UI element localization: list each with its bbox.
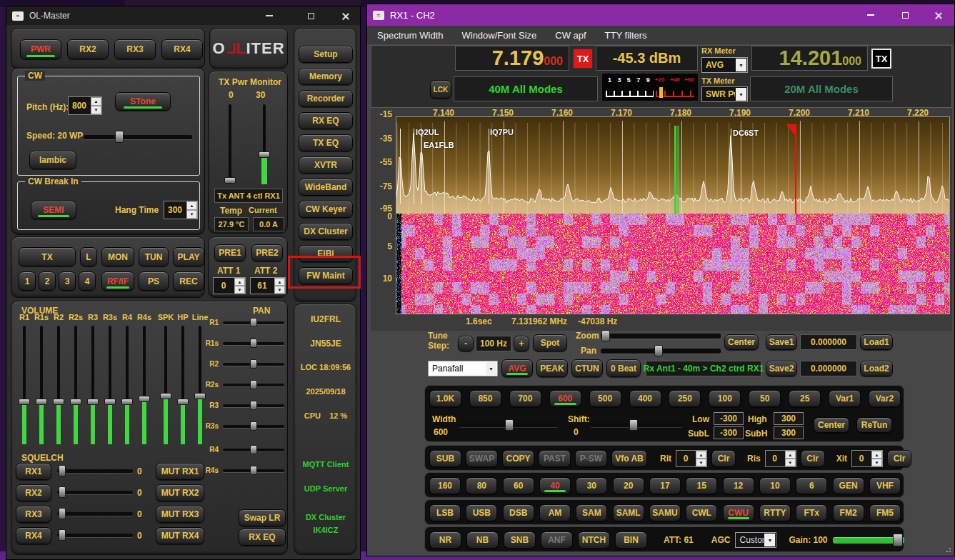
mode-rtty[interactable]: RTTY: [759, 504, 791, 521]
rit-down-icon[interactable]: [696, 459, 706, 466]
load1-button[interactable]: Load1: [860, 334, 893, 350]
att2-down-icon[interactable]: [274, 286, 285, 294]
agc-combo[interactable]: Custom: [735, 532, 776, 548]
band-80[interactable]: 80: [466, 477, 497, 494]
vfo-b-display[interactable]: 14.201000: [751, 46, 868, 71]
pre1-button[interactable]: PRE1: [214, 244, 246, 261]
speed-slider[interactable]: [84, 135, 192, 139]
squelch-slider-handle-rx3[interactable]: [59, 508, 66, 519]
squelch-button-rx2[interactable]: RX2: [16, 484, 51, 501]
squelch-button-rx4[interactable]: RX4: [16, 527, 51, 544]
rx-meter-dropdown-icon[interactable]: [736, 59, 746, 71]
pitch-up-icon[interactable]: [91, 97, 101, 106]
filter-var2[interactable]: Var2: [869, 390, 901, 407]
filter-500[interactable]: 500: [589, 390, 621, 407]
hang-down-icon[interactable]: [186, 210, 197, 219]
band-gen[interactable]: GEN: [833, 477, 864, 494]
mute-button-rx4[interactable]: MUT RX4: [156, 527, 204, 544]
mode-saml[interactable]: SAML: [613, 504, 644, 521]
rx3-button[interactable]: RX3: [114, 39, 156, 59]
preset-1-button[interactable]: 1: [19, 271, 36, 291]
speed-slider-handle[interactable]: [115, 131, 124, 143]
side-xvtr[interactable]: XVTR: [299, 156, 353, 174]
mode-cwl[interactable]: CWL: [686, 504, 717, 521]
mode-cwu[interactable]: CWU: [723, 504, 754, 521]
snb-button[interactable]: SNB: [504, 531, 536, 549]
rec-button[interactable]: REC: [173, 271, 204, 291]
anf-button[interactable]: ANF: [541, 531, 573, 549]
mode-am[interactable]: AM: [539, 504, 571, 521]
high-value[interactable]: 300: [774, 412, 804, 425]
side-rx-eq[interactable]: RX EQ: [299, 112, 353, 129]
lock-button[interactable]: LCK: [430, 80, 451, 99]
preset-4-button[interactable]: 4: [79, 271, 96, 291]
pitch-spinner[interactable]: 800: [68, 96, 102, 115]
filter-var1[interactable]: Var1: [829, 390, 861, 407]
xit-clr-button[interactable]: Clr: [887, 450, 911, 467]
menu-tty-filters[interactable]: TTY filters: [605, 30, 647, 41]
xit-spinner[interactable]: 0: [851, 450, 883, 467]
squelch-slider-rx4[interactable]: [57, 534, 133, 537]
mute-button-rx3[interactable]: MUT RX3: [156, 506, 204, 523]
mute-button-rx1[interactable]: MUT RX1: [156, 463, 204, 480]
band-17[interactable]: 17: [649, 477, 681, 494]
hang-time-spinner[interactable]: 300: [164, 201, 198, 219]
band-6[interactable]: 6: [796, 477, 827, 494]
vfo-a-tx-button[interactable]: TX: [573, 49, 593, 69]
tx-button[interactable]: TX: [19, 247, 76, 266]
rit-spinner[interactable]: 0: [676, 450, 707, 467]
ris-up-icon[interactable]: [785, 451, 796, 459]
filter-600[interactable]: 600: [549, 390, 581, 407]
tun-button[interactable]: TUN: [139, 247, 169, 266]
side-memory[interactable]: Memory: [299, 68, 353, 85]
filter-1-0k[interactable]: 1.0K: [429, 390, 461, 407]
mode-sam[interactable]: SAM: [576, 504, 607, 521]
zoom-slider-handle[interactable]: [601, 330, 610, 341]
filter-center-button[interactable]: Center: [814, 417, 849, 433]
width-slider-handle[interactable]: [505, 419, 514, 431]
filter-25[interactable]: 25: [789, 390, 821, 407]
att2-up-icon[interactable]: [274, 278, 285, 286]
mode-fm2[interactable]: FM2: [833, 504, 864, 521]
pwr-button[interactable]: PWR: [20, 39, 61, 59]
low-value[interactable]: -300: [714, 412, 744, 425]
menu-cw-apf[interactable]: CW apf: [555, 30, 586, 41]
past-button[interactable]: PAST: [539, 450, 571, 467]
rit-clr-button[interactable]: Clr: [711, 450, 736, 467]
filter-400[interactable]: 400: [629, 390, 661, 407]
band-60[interactable]: 60: [503, 477, 534, 494]
squelch-slider-rx2[interactable]: [57, 491, 133, 494]
avg-button[interactable]: AVG: [501, 359, 533, 377]
rx2-button[interactable]: RX2: [67, 39, 109, 59]
rit-up-icon[interactable]: [696, 451, 706, 459]
att1-up-icon[interactable]: [234, 278, 245, 286]
display-mode-dropdown-icon[interactable]: [486, 362, 496, 375]
spot-button[interactable]: Spot: [533, 334, 567, 351]
save2-button[interactable]: Save2: [766, 361, 797, 376]
gain-slider[interactable]: [833, 537, 904, 544]
tx-meter-combo[interactable]: SWR Pwr: [701, 86, 748, 102]
display-mode-combo[interactable]: Panafall: [428, 361, 498, 376]
rx1-close-button[interactable]: [926, 4, 950, 26]
bin-button[interactable]: BIN: [615, 531, 647, 549]
band-20[interactable]: 20: [613, 477, 644, 494]
filter-50[interactable]: 50: [749, 390, 781, 407]
squelch-slider-handle-rx2[interactable]: [59, 486, 66, 498]
band-10[interactable]: 10: [759, 477, 791, 494]
side-recorder[interactable]: Recorder: [299, 90, 353, 107]
rx-meter-combo[interactable]: AVG: [701, 57, 748, 73]
spectrum-canvas[interactable]: [396, 117, 949, 214]
att1-spinner[interactable]: 0: [213, 277, 246, 294]
mode-usb[interactable]: USB: [466, 504, 497, 521]
ris-spinner[interactable]: 0: [765, 450, 796, 467]
subl-value[interactable]: -300: [714, 426, 744, 439]
band-15[interactable]: 15: [686, 477, 717, 494]
vfo-b-tx-button[interactable]: TX: [871, 49, 891, 69]
swap-button[interactable]: SWAP: [466, 450, 498, 467]
sub-button[interactable]: SUB: [429, 450, 461, 467]
tx-pwr-slider-handle[interactable]: [224, 177, 236, 184]
load2-button[interactable]: Load2: [860, 361, 893, 376]
tune-step-plus-button[interactable]: +: [514, 336, 529, 351]
squelch-slider-handle-rx1[interactable]: [59, 465, 66, 476]
nb-button[interactable]: NB: [466, 531, 499, 549]
